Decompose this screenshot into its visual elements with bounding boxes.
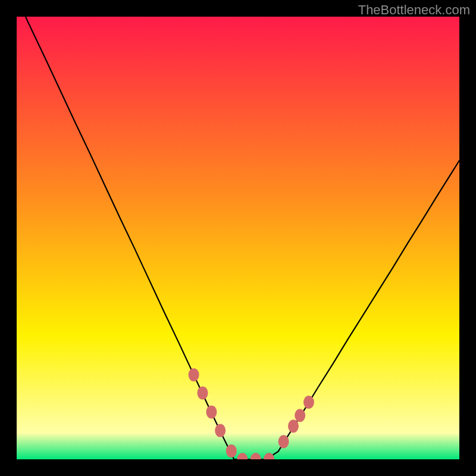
watermark-label: TheBottleneck.com: [358, 2, 470, 18]
curve-marker: [206, 405, 217, 418]
curve-marker: [215, 424, 226, 437]
curve-marker: [198, 386, 208, 399]
curve-marker: [295, 409, 305, 422]
chart-frame: [17, 17, 459, 459]
curve-marker: [226, 444, 237, 458]
gradient-bg: [17, 17, 459, 459]
curve-marker: [189, 368, 199, 381]
bottleneck-chart: [17, 17, 459, 459]
curve-marker: [303, 396, 314, 409]
curve-marker: [278, 435, 289, 448]
curve-marker: [288, 419, 299, 433]
